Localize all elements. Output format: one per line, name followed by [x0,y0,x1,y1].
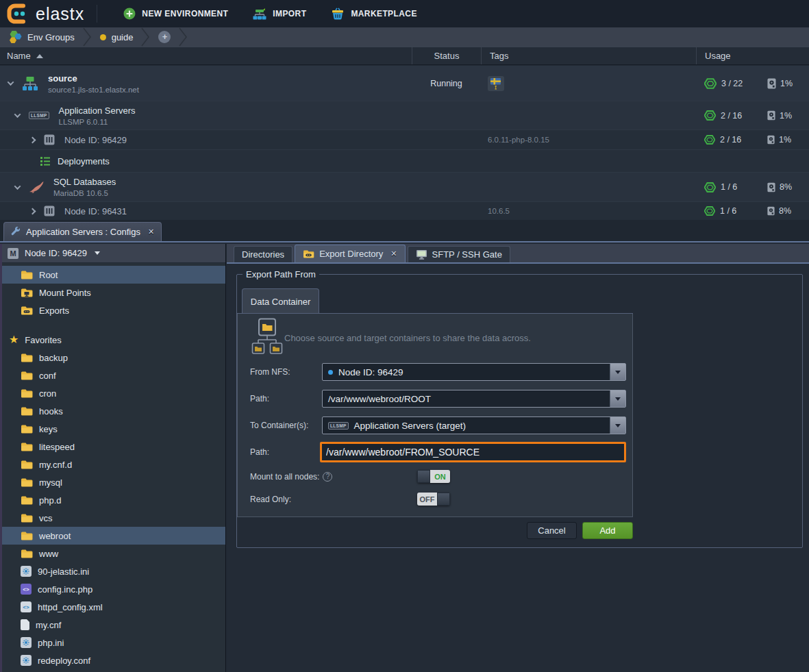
import-button[interactable]: IMPORT [240,0,319,27]
tree-item-mount-points[interactable]: Mount Points [2,284,225,301]
new-environment-button[interactable]: NEW ENVIRONMENT [111,0,240,27]
tree-folder-keys[interactable]: keys [2,420,225,438]
tree-folder-conf[interactable]: conf [2,366,225,384]
chevron-right-icon[interactable] [27,209,37,214]
data-container-icon [251,318,283,355]
config-file-icon [21,637,32,648]
add-button[interactable]: Add [582,522,633,539]
brand-logo[interactable]: elastx [0,0,97,27]
dialog-buttons: Cancel Add [237,522,633,539]
tab-data-container[interactable]: Data Container [242,288,319,314]
close-configs-tab-icon[interactable]: ✕ [148,227,154,236]
from-nfs-select[interactable]: Node ID: 96429 [322,363,626,381]
disk-icon [767,206,775,216]
help-icon[interactable]: ? [323,472,332,482]
chevron-down-icon[interactable] [5,81,15,86]
breadcrumb-add-group[interactable]: + [150,27,179,47]
tree-folder-my-cnf-d[interactable]: my.cnf.d [2,456,225,473]
breadcrumb-env-groups[interactable]: Env Groups [0,27,83,47]
column-name[interactable]: Name [0,47,412,64]
node-row-96429[interactable]: Node ID: 96429 6.0.11-php-8.0.15 2 / 16 … [0,130,809,150]
source-path-dropdown-arrow[interactable] [610,390,625,407]
folder-icon [21,270,33,279]
env-row-source[interactable]: source source1.jls-sto1.elastx.net Runni… [0,66,809,101]
tree-folder-litespeed[interactable]: litespeed [2,438,225,456]
group-stack: LLSMP 6.0.11 [59,118,136,126]
marketplace-icon [331,8,345,20]
folder-icon [21,353,33,362]
node-group-row-sql[interactable]: SQL Databases MariaDB 10.6.5 1 / 6 8% [0,173,809,202]
tree-spacer [2,319,225,331]
env-status: Running [412,79,481,88]
tree-folder-webroot[interactable]: webroot [2,527,225,545]
tree-file-my-cnf[interactable]: my.cnf [2,616,225,634]
breadcrumb: Env Groups guide + [0,27,809,47]
folder-icon [21,388,33,398]
tab-sftp-ssh-gate[interactable]: SFTP / SSH Gate [408,246,510,262]
to-container-dropdown-arrow[interactable] [610,417,625,434]
read-only-toggle[interactable]: OFF [417,493,450,506]
breadcrumb-group-guide[interactable]: guide [92,27,142,47]
node-selector[interactable]: M Node ID: 96429 [2,244,225,263]
tree-folder-cron[interactable]: cron [2,384,225,402]
toggle-knob [417,470,430,483]
cloudlets-usage: 2 / 16 [720,135,741,145]
disk-usage: 1% [779,135,791,145]
chevron-down-icon [95,251,100,255]
tree-folder-hooks[interactable]: hooks [2,402,225,420]
column-tags[interactable]: Tags [481,47,696,64]
to-container-select[interactable]: LLSMP Application Servers (target) [322,416,626,434]
folder-export-icon [303,249,314,258]
tree-item-favorites[interactable]: ★ Favorites [2,331,225,349]
node-row-96431[interactable]: Node ID: 96431 10.6.5 1 / 6 8% [0,202,809,221]
brand-name: elastx [36,4,84,24]
tree-folder-php-d[interactable]: php.d [2,491,225,509]
tree-file-config-inc-php[interactable]: <>config.inc.php [2,580,225,598]
column-usage[interactable]: Usage [696,47,809,64]
deployments-row[interactable]: Deployments [0,150,809,173]
cancel-button[interactable]: Cancel [527,522,577,539]
tree-folder-www[interactable]: www [2,545,225,562]
group-name: SQL Databases [53,177,116,187]
topbar: elastx NEW ENVIRONMENT IMPORT MARKETPLAC… [0,0,809,27]
deployments-label: Deployments [58,156,110,166]
tree-item-root[interactable]: Root [2,266,225,284]
breadcrumb-separator-icon [141,27,150,47]
group-dot-icon [100,34,106,40]
tree-file-redeploy-conf[interactable]: redeploy.conf [2,651,225,669]
marketplace-button[interactable]: MARKETPLACE [319,0,429,27]
tree-file-90-jelastic-ini[interactable]: 90-jelastic.ini [2,562,225,580]
chevron-down-icon[interactable] [12,185,22,190]
tree-folder-mysql[interactable]: mysql [2,473,225,491]
chevron-down-icon[interactable] [12,113,22,118]
group-name: Application Servers [59,105,136,116]
source-path-select[interactable]: /var/www/webroot/ROOT [322,390,626,408]
target-path-input[interactable] [320,442,626,462]
from-nfs-label: From NFS: [250,367,322,377]
configs-panel-tab[interactable]: Application Servers : Configs ✕ [3,222,162,241]
tree-item-exports[interactable]: Exports [2,301,225,319]
env-table-header: Name Status Tags Usage [0,47,809,65]
tree-file-httpd-config-xml[interactable]: <>httpd_config.xml [2,598,225,616]
from-nfs-dropdown-arrow[interactable] [610,364,625,380]
folder-icon [21,477,33,487]
close-export-tab-icon[interactable]: ✕ [390,249,397,258]
disk-icon [767,182,775,192]
column-status[interactable]: Status [412,47,481,64]
node-group-row-app-servers[interactable]: LLSMP Application Servers LLSMP 6.0.11 2… [0,101,809,130]
chevron-right-icon[interactable] [27,138,37,142]
tree-file-php-ini[interactable]: php.ini [2,634,225,651]
wrench-icon [11,227,21,237]
data-container-panel: Choose source and target containers to s… [237,314,633,517]
env-name: source [48,73,139,84]
tab-directories[interactable]: Directories [234,246,293,262]
plus-circle-icon [123,8,136,20]
tree-folder-vcs[interactable]: vcs [2,509,225,527]
disk-icon [767,78,776,89]
tree-folder-backup[interactable]: backup [2,349,225,366]
fieldset-legend: Export Path From [242,269,319,279]
tab-export-directory[interactable]: Export Directory ✕ [295,245,405,262]
llsmp-badge: LLSMP [29,112,49,119]
mount-all-toggle[interactable]: ON [417,470,450,483]
region-tag[interactable] [488,76,504,91]
